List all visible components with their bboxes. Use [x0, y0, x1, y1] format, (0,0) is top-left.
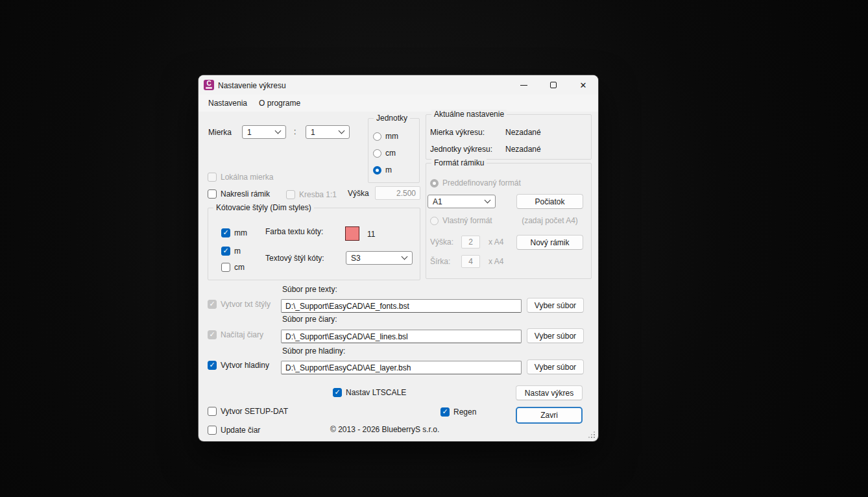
- units-group-title: Jednotky: [374, 114, 410, 123]
- scale-numerator-combobox[interactable]: 1: [242, 125, 286, 139]
- checkbox-indicator: [221, 228, 230, 237]
- dim-styles-group: Kótovacie štýly (Dim styles) mm m cm Far…: [208, 208, 420, 280]
- radio-indicator: [430, 217, 439, 225]
- checkbox-nakresli-ramik[interactable]: Nakresli rámik: [208, 189, 270, 199]
- dim-styles-title: Kótovacie štýly (Dim styles): [213, 203, 314, 213]
- radio-predefined-format: Preddefinovaný formát: [430, 178, 521, 188]
- checkbox-nastav-ltscale[interactable]: Nastav LTSCALE: [333, 388, 406, 397]
- frame-width-label: Šírka:: [430, 257, 450, 266]
- current-settings-group: Aktuálne nastavenie Mierka výkresu: Neza…: [426, 114, 592, 160]
- file-texts-browse-button[interactable]: Vyber súbor: [527, 298, 584, 313]
- minimize-button[interactable]: [509, 75, 538, 95]
- radio-label: cm: [385, 149, 396, 158]
- minimize-icon: [520, 85, 527, 86]
- menu-bar: Nastavenia O programe: [199, 95, 598, 112]
- chevron-down-icon: [485, 197, 491, 204]
- chevron-down-icon: [402, 254, 408, 260]
- menu-item-nastavenia[interactable]: Nastavenia: [202, 95, 253, 112]
- checkbox-indicator: [221, 263, 230, 272]
- checkbox-dim-mm[interactable]: mm: [221, 228, 247, 237]
- desktop-background: { "colors": { "accent": "#0067C0", "dim_…: [0, 0, 868, 497]
- resize-grip[interactable]: [588, 431, 595, 438]
- file-lines-path-input[interactable]: [281, 330, 522, 343]
- radio-indicator: [430, 179, 439, 188]
- close-button[interactable]: ✕: [568, 75, 598, 95]
- scale-numerator-value: 1: [247, 128, 252, 137]
- frame-height-input: 2: [461, 236, 480, 248]
- checkbox-indicator: [208, 173, 217, 182]
- checkbox-dim-cm[interactable]: cm: [221, 263, 245, 272]
- title-bar[interactable]: C Nastavenie výkresu ✕: [199, 75, 598, 95]
- checkbox-indicator: [208, 330, 217, 339]
- scale-colon: :: [294, 127, 296, 136]
- frame-format-title: Formát rámiku: [431, 158, 487, 168]
- checkbox-lokalna-mierka: Lokálna mierka: [208, 173, 273, 182]
- copyright-text: © 2013 - 2026 BlueberryS s.r.o.: [330, 425, 439, 434]
- checkbox-label: cm: [234, 263, 245, 272]
- file-texts-section-label: Súbor pre texty:: [282, 285, 337, 294]
- checkbox-indicator: [221, 247, 230, 256]
- radio-label: Vlastný formát: [442, 216, 492, 225]
- checkbox-nacitaj-ciary: Načítaj čiary: [208, 330, 263, 339]
- checkbox-vytvor-txt-styly: Vytvor txt štýly: [208, 300, 271, 309]
- radio-indicator: [373, 132, 381, 141]
- checkbox-dim-m[interactable]: m: [221, 247, 241, 256]
- close-icon: ✕: [580, 81, 587, 90]
- checkbox-regen[interactable]: Regen: [440, 407, 476, 417]
- dim-color-number: 11: [367, 230, 375, 239]
- menu-item-o-programe[interactable]: O programe: [253, 95, 306, 112]
- novy-ramik-button[interactable]: Nový rámik: [516, 235, 583, 250]
- dim-text-style-combobox[interactable]: S3: [346, 251, 413, 265]
- frame-height-suffix: x A4: [488, 237, 503, 247]
- file-lines-section-label: Súbor pre čiary:: [282, 315, 337, 324]
- file-layers-section-label: Súbor pre hladiny:: [282, 346, 345, 356]
- checkbox-vytvor-hladiny[interactable]: Vytvor hladiny: [208, 361, 269, 370]
- checkbox-indicator: [208, 361, 217, 370]
- zavri-button[interactable]: Zavri: [516, 407, 583, 424]
- file-layers-path-input[interactable]: [281, 361, 522, 374]
- frame-format-combobox[interactable]: A1: [428, 195, 496, 208]
- file-lines-browse-button[interactable]: Vyber súbor: [527, 328, 584, 343]
- checkbox-label: Vytvor txt štýly: [221, 300, 271, 309]
- unit-option-mm[interactable]: mm: [373, 132, 398, 141]
- frame-width-input: 4: [461, 255, 480, 268]
- unit-option-cm[interactable]: cm: [373, 149, 396, 158]
- window-title: Nastavenie výkresu: [218, 81, 286, 90]
- chevron-down-icon: [339, 128, 345, 134]
- dim-text-style-value: S3: [351, 254, 361, 263]
- drawing-settings-dialog: C Nastavenie výkresu ✕ Nastavenia O prog…: [199, 75, 598, 441]
- current-units-label: Jednotky výkresu:: [430, 145, 492, 154]
- current-settings-title: Aktuálne nastavenie: [431, 110, 507, 119]
- checkbox-indicator: [333, 388, 342, 397]
- radio-label: mm: [385, 132, 398, 141]
- units-group: Jednotky mm cm m: [368, 118, 420, 183]
- scale-label: Mierka: [208, 128, 232, 137]
- checkbox-label: Vytvor SETUP-DAT: [221, 407, 288, 416]
- checkbox-indicator: [208, 300, 217, 309]
- nastav-vykres-button[interactable]: Nastav výkres: [516, 385, 583, 400]
- checkbox-label: Regen: [453, 407, 476, 417]
- maximize-icon: [550, 82, 557, 88]
- radio-custom-format: Vlastný formát: [430, 216, 492, 225]
- checkbox-label: Vytvor hladiny: [221, 361, 269, 370]
- checkbox-vytvor-setup-dat[interactable]: Vytvor SETUP-DAT: [208, 407, 288, 416]
- file-texts-path-input[interactable]: [281, 299, 522, 313]
- vyska-field-input: 2.500: [375, 186, 420, 200]
- checkbox-label: Lokálna mierka: [221, 173, 273, 182]
- maximize-button[interactable]: [538, 75, 568, 95]
- checkbox-label: Nakresli rámik: [221, 189, 270, 199]
- pociatok-button[interactable]: Počiatok: [516, 194, 583, 209]
- current-scale-label: Mierka výkresu:: [430, 128, 485, 137]
- scale-denominator-combobox[interactable]: 1: [306, 125, 350, 139]
- checkbox-indicator: [208, 426, 217, 435]
- file-layers-browse-button[interactable]: Vyber súbor: [527, 359, 584, 374]
- scale-denominator-value: 1: [311, 128, 315, 137]
- checkbox-update-ciar[interactable]: Update čiar: [208, 426, 260, 435]
- chevron-down-icon: [275, 128, 282, 134]
- frame-format-value: A1: [433, 197, 442, 206]
- checkbox-indicator: [286, 190, 295, 199]
- frame-width-suffix: x A4: [488, 257, 503, 266]
- dim-color-swatch[interactable]: [345, 226, 359, 241]
- unit-option-m[interactable]: m: [373, 165, 392, 175]
- app-icon: C: [204, 80, 214, 90]
